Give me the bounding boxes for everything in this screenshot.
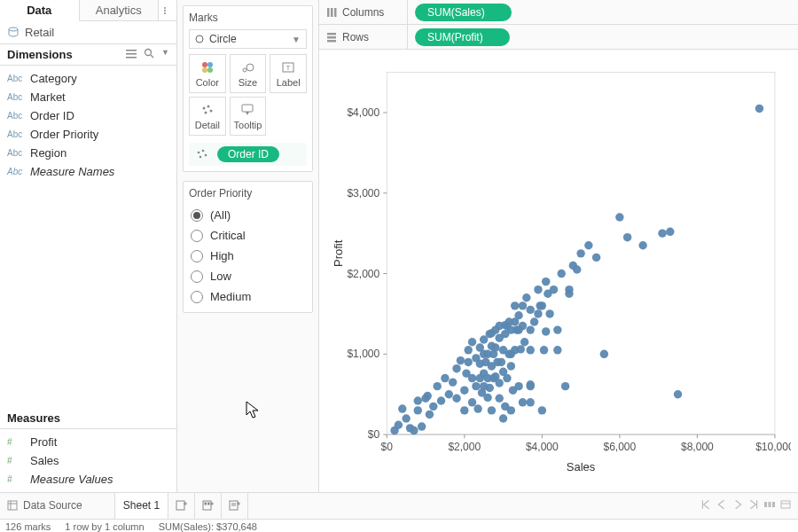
svg-point-71 xyxy=(429,403,437,411)
nav-next-icon[interactable] xyxy=(732,499,743,512)
new-dashboard-button[interactable] xyxy=(195,493,222,519)
datasource-tab-icon xyxy=(7,500,18,511)
svg-point-176 xyxy=(592,254,600,262)
svg-rect-32 xyxy=(327,40,336,43)
dimension-field[interactable]: AbcOrder ID xyxy=(0,106,176,125)
detail-pill-order-id[interactable]: Order ID xyxy=(217,146,279,162)
filter-card-title: Order Priority xyxy=(189,187,307,200)
dimension-label: Order Priority xyxy=(30,128,98,141)
svg-point-181 xyxy=(658,229,666,237)
sheet-tab-1[interactable]: Sheet 1 xyxy=(115,493,168,519)
measure-field[interactable]: #Sales xyxy=(0,451,176,470)
dimension-field[interactable]: AbcMarket xyxy=(0,88,176,106)
show-sheets-icon[interactable] xyxy=(780,499,791,512)
show-filmstrip-icon[interactable] xyxy=(764,499,775,512)
datasource-row[interactable]: Retail xyxy=(0,21,176,44)
svg-rect-28 xyxy=(331,8,333,17)
datasource-tab[interactable]: Data Source xyxy=(0,493,115,519)
columns-shelf[interactable]: Columns SUM(Sales) xyxy=(319,0,798,25)
marks-detail-button[interactable]: Detail xyxy=(189,97,226,136)
dimension-field[interactable]: AbcRegion xyxy=(0,144,176,162)
svg-point-171 xyxy=(565,286,573,293)
view-as-list-icon[interactable] xyxy=(126,48,137,61)
mark-type-dropdown[interactable]: Circle ▼ xyxy=(189,29,307,49)
svg-point-160 xyxy=(540,346,548,354)
type-abc-icon: Abc xyxy=(7,129,23,139)
dimensions-list: AbcCategoryAbcMarketAbcOrder IDAbcOrder … xyxy=(0,66,176,184)
svg-point-169 xyxy=(561,382,569,390)
svg-point-151 xyxy=(526,346,534,354)
marks-size-label: Size xyxy=(239,77,257,88)
svg-point-141 xyxy=(514,311,522,319)
svg-point-168 xyxy=(557,270,565,278)
scatter-chart: $0$2,000$4,000$6,000$8,000$10,000$0$1,00… xyxy=(326,55,791,485)
svg-point-65 xyxy=(414,396,422,404)
svg-point-183 xyxy=(674,390,682,398)
nav-prev-icon[interactable] xyxy=(716,499,727,512)
new-worksheet-button[interactable] xyxy=(168,493,195,519)
filter-option[interactable]: Medium xyxy=(191,290,305,303)
rows-shelf[interactable]: Rows SUM(Profit) xyxy=(319,25,798,50)
measure-field[interactable]: #Measure Values xyxy=(0,470,176,489)
filter-option[interactable]: (All) xyxy=(191,208,305,222)
chart-area[interactable]: $0$2,000$4,000$6,000$8,000$10,000$0$1,00… xyxy=(319,50,798,492)
svg-text:$10,000: $10,000 xyxy=(755,441,791,453)
status-sum: SUM(Sales): $370,648 xyxy=(159,521,257,532)
dimensions-menu-icon[interactable]: ▼ xyxy=(161,48,169,61)
marks-size-button[interactable]: Size xyxy=(230,54,267,93)
columns-pill-sum-sales[interactable]: SUM(Sales) xyxy=(415,4,512,21)
dimension-field[interactable]: AbcCategory xyxy=(0,69,176,88)
svg-point-142 xyxy=(517,345,525,353)
marks-color-label: Color xyxy=(196,77,219,88)
measure-field[interactable]: #Profit xyxy=(0,433,176,451)
size-icon xyxy=(240,60,254,74)
svg-point-105 xyxy=(488,406,496,414)
svg-point-173 xyxy=(573,265,581,273)
svg-point-145 xyxy=(519,301,527,309)
svg-rect-27 xyxy=(327,8,330,17)
filter-option[interactable]: Critical xyxy=(191,229,305,242)
marks-label-button[interactable]: T Label xyxy=(270,54,307,93)
nav-last-icon[interactable] xyxy=(748,499,759,512)
svg-point-146 xyxy=(520,338,528,346)
svg-point-1 xyxy=(164,10,166,12)
nav-first-icon[interactable] xyxy=(700,499,711,512)
marks-tooltip-button[interactable]: Tooltip xyxy=(230,97,267,136)
filter-option[interactable]: Low xyxy=(191,270,305,283)
svg-point-70 xyxy=(426,411,434,419)
svg-point-14 xyxy=(243,68,246,72)
search-icon[interactable] xyxy=(144,48,154,61)
svg-text:T: T xyxy=(286,64,291,72)
dimension-label: Market xyxy=(30,90,66,104)
type-abc-icon: Abc xyxy=(7,111,23,121)
rows-pill-sum-profit[interactable]: SUM(Profit) xyxy=(415,28,510,46)
svg-point-13 xyxy=(207,67,213,73)
tab-data[interactable]: Data xyxy=(0,0,80,21)
type-abc-icon: Abc xyxy=(7,167,23,176)
svg-rect-202 xyxy=(769,502,771,507)
svg-point-18 xyxy=(202,106,205,109)
data-pane-tabs: Data Analytics xyxy=(0,0,176,21)
svg-point-79 xyxy=(457,356,465,364)
dimensions-title: Dimensions xyxy=(7,48,73,61)
new-story-button[interactable] xyxy=(222,493,248,519)
dimension-field[interactable]: AbcMeasure Names xyxy=(0,162,176,181)
dimension-field[interactable]: AbcOrder Priority xyxy=(0,125,176,144)
svg-point-76 xyxy=(449,378,457,386)
mark-type-label: Circle xyxy=(209,33,237,45)
svg-text:$3,000: $3,000 xyxy=(347,187,379,200)
pane-menu-icon[interactable] xyxy=(159,0,176,20)
filter-option-label: Low xyxy=(210,270,231,283)
marks-color-button[interactable]: Color xyxy=(189,54,226,93)
dimension-label: Category xyxy=(30,72,77,85)
svg-point-63 xyxy=(410,426,418,434)
svg-point-10 xyxy=(202,62,207,67)
svg-rect-192 xyxy=(204,503,207,505)
svg-point-88 xyxy=(472,382,480,390)
svg-rect-193 xyxy=(207,503,210,505)
svg-point-90 xyxy=(473,404,481,412)
tab-analytics[interactable]: Analytics xyxy=(80,0,160,20)
svg-text:Sales: Sales xyxy=(567,460,596,473)
filter-option[interactable]: High xyxy=(191,249,305,262)
marks-label-label: Label xyxy=(277,77,301,88)
